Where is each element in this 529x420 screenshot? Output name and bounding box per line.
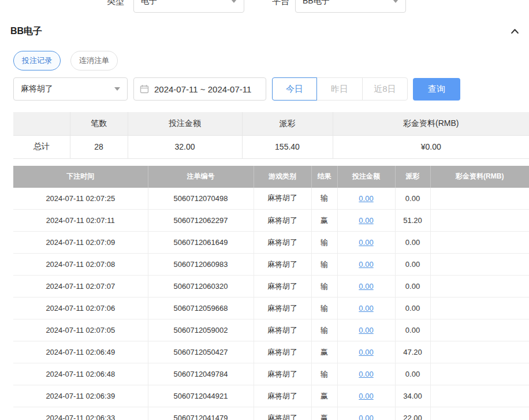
cell-payout: 0.00 <box>395 298 430 319</box>
quick-range-today[interactable]: 今日 <box>272 77 317 101</box>
table-row: 2024-07-11 02:06:395060712044921麻将胡了赢0.0… <box>13 385 529 407</box>
bet-amount-link[interactable]: 0.00 <box>359 216 373 225</box>
records-header-bonus: 彩金资料(RMB) <box>430 166 529 188</box>
table-row: 2024-07-11 02:06:495060712050427麻将胡了赢0.0… <box>13 341 529 363</box>
cell-order-id: 5060712044921 <box>148 385 254 407</box>
cell-bet-amount: 0.00 <box>337 276 395 298</box>
summary-header-blank <box>13 112 70 135</box>
cell-payout: 0.00 <box>395 363 430 385</box>
cell-game-type: 麻将胡了 <box>254 385 311 407</box>
calendar-icon <box>140 84 149 94</box>
records-header-bet-amount: 投注金额 <box>337 166 395 188</box>
bet-amount-link[interactable]: 0.00 <box>359 414 373 420</box>
table-row: 2024-07-11 02:07:115060712062297麻将胡了赢0.0… <box>13 210 529 232</box>
section-title: BB电子 <box>10 25 42 38</box>
cell-order-id: 5060712062297 <box>148 210 254 232</box>
cell-bonus <box>430 188 529 210</box>
chevron-down-icon <box>231 0 237 3</box>
cell-order-id: 5060712059002 <box>148 319 254 341</box>
bet-amount-link[interactable]: 0.00 <box>359 326 373 334</box>
game-select-value: 麻将胡了 <box>21 84 53 94</box>
chevron-down-icon <box>393 0 398 3</box>
cell-bonus <box>430 276 529 298</box>
cell-bonus <box>430 407 529 420</box>
cell-order-id: 5060712061649 <box>148 232 254 254</box>
top-filter-strip: 类型 电子 平台 BB电子 <box>0 0 529 13</box>
cell-order-id: 5060712060983 <box>148 254 254 276</box>
table-row: 2024-07-11 02:07:055060712059002麻将胡了输0.0… <box>13 319 529 341</box>
cell-game-type: 麻将胡了 <box>254 407 311 420</box>
records-table-body: 2024-07-11 02:07:255060712070498麻将胡了输0.0… <box>13 188 529 420</box>
summary-total-count: 28 <box>70 135 128 158</box>
section-header: BB电子 <box>10 25 520 38</box>
table-row: 2024-07-11 02:06:485060712049784麻将胡了输0.0… <box>13 363 529 385</box>
bet-amount-link[interactable]: 0.00 <box>359 260 373 269</box>
cell-result: 输 <box>311 363 337 385</box>
cell-payout: 0.00 <box>395 254 430 276</box>
bet-amount-link[interactable]: 0.00 <box>359 370 373 378</box>
cell-game-type: 麻将胡了 <box>254 319 311 341</box>
cell-bet-time: 2024-07-11 02:07:05 <box>13 319 148 341</box>
records-table: 下注时间 注单编号 游戏类别 结果 投注金额 派彩 彩金资料(RMB) 2024… <box>13 166 529 420</box>
cell-result: 输 <box>311 319 337 341</box>
summary-header-row: 笔数 投注金额 派彩 彩金资料(RMB) <box>13 112 529 135</box>
collapse-chevron-up-icon[interactable] <box>510 27 520 36</box>
chevron-down-icon <box>114 87 120 91</box>
cell-bet-time: 2024-07-11 02:06:49 <box>13 341 148 363</box>
type-select[interactable]: 电子 <box>133 0 244 13</box>
table-row: 2024-07-11 02:06:335060712041479麻将胡了赢0.0… <box>13 407 529 420</box>
cell-result: 赢 <box>311 407 337 420</box>
cell-order-id: 5060712060320 <box>148 276 254 298</box>
cell-bet-amount: 0.00 <box>337 254 395 276</box>
cell-bet-amount: 0.00 <box>337 341 395 363</box>
cell-game-type: 麻将胡了 <box>254 232 311 254</box>
cell-payout: 0.00 <box>395 188 430 210</box>
tab-bet-records[interactable]: 投注记录 <box>13 51 61 70</box>
summary-total-payout: 155.40 <box>242 135 333 158</box>
cell-bonus <box>430 254 529 276</box>
bet-amount-link[interactable]: 0.00 <box>359 194 373 203</box>
summary-total-bonus: ¥0.00 <box>333 135 529 158</box>
summary-total-row: 总计 28 32.00 155.40 ¥0.00 <box>13 135 529 158</box>
platform-select[interactable]: BB电子 <box>295 0 406 13</box>
cell-bet-amount: 0.00 <box>337 232 395 254</box>
bet-amount-link[interactable]: 0.00 <box>359 304 373 313</box>
cell-game-type: 麻将胡了 <box>254 341 311 363</box>
cell-bet-amount: 0.00 <box>337 210 395 232</box>
cell-result: 输 <box>311 298 337 319</box>
cell-bet-amount: 0.00 <box>337 407 395 420</box>
table-row: 2024-07-11 02:07:085060712060983麻将胡了输0.0… <box>13 254 529 276</box>
type-label: 类型 <box>107 0 124 7</box>
date-range-value: 2024-07-11 ~ 2024-07-11 <box>154 84 251 94</box>
cell-order-id: 5060712041479 <box>148 407 254 420</box>
cell-result: 输 <box>311 232 337 254</box>
cell-payout: 0.00 <box>395 319 430 341</box>
cell-bet-time: 2024-07-11 02:06:39 <box>13 385 148 407</box>
quick-range-yesterday[interactable]: 昨日 <box>316 77 363 101</box>
game-select[interactable]: 麻将胡了 <box>13 77 128 101</box>
cell-bet-time: 2024-07-11 02:06:48 <box>13 363 148 385</box>
cell-order-id: 5060712070498 <box>148 188 254 210</box>
cell-result: 赢 <box>311 341 337 363</box>
bet-amount-link[interactable]: 0.00 <box>359 282 373 291</box>
cell-payout: 47.20 <box>395 341 430 363</box>
table-row: 2024-07-11 02:07:095060712061649麻将胡了输0.0… <box>13 232 529 254</box>
cell-payout: 51.20 <box>395 210 430 232</box>
table-row: 2024-07-11 02:07:075060712060320麻将胡了输0.0… <box>13 276 529 298</box>
bet-amount-link[interactable]: 0.00 <box>359 348 373 356</box>
bet-amount-link[interactable]: 0.00 <box>359 238 373 247</box>
quick-range-last8days[interactable]: 近8日 <box>362 77 408 101</box>
cell-game-type: 麻将胡了 <box>254 210 311 232</box>
cell-bet-time: 2024-07-11 02:07:08 <box>13 254 148 276</box>
summary-header-bonus: 彩金资料(RMB) <box>333 112 529 135</box>
search-button[interactable]: 查询 <box>413 78 460 101</box>
cell-bonus <box>430 210 529 232</box>
date-range-input[interactable]: 2024-07-11 ~ 2024-07-11 <box>133 77 266 101</box>
bet-amount-link[interactable]: 0.00 <box>359 392 373 400</box>
summary-header-payout: 派彩 <box>242 112 333 135</box>
cell-order-id: 5060712049784 <box>148 363 254 385</box>
cell-bet-time: 2024-07-11 02:07:06 <box>13 298 148 319</box>
tab-cancelled-orders[interactable]: 连消注单 <box>70 51 118 70</box>
cell-bonus <box>430 232 529 254</box>
cell-payout: 34.00 <box>395 385 430 407</box>
